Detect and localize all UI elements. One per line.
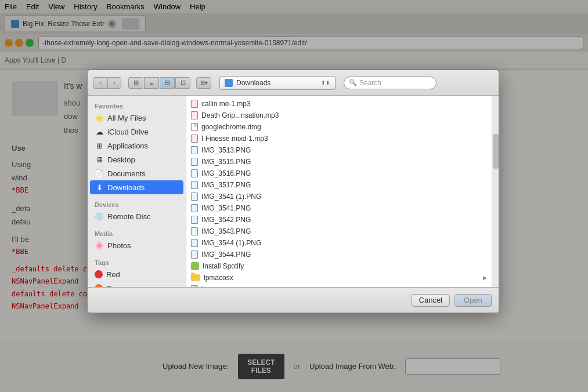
view-column-btn[interactable]: ⊟ bbox=[160, 77, 175, 89]
downloads-icon: ⬇ bbox=[95, 183, 104, 192]
devices-label: Devices bbox=[88, 199, 186, 209]
file-item[interactable]: Install Spotify bbox=[186, 260, 492, 272]
file-name: IMG_3543.PNG bbox=[201, 227, 487, 235]
file-name: IMG_3544.PNG bbox=[201, 251, 487, 259]
sidebar-item-downloads[interactable]: ⬇ Downloads bbox=[90, 180, 183, 194]
search-box: 🔍 Search bbox=[344, 77, 437, 89]
cancel-button[interactable]: Cancel bbox=[412, 294, 450, 307]
image-file-icon bbox=[191, 146, 198, 154]
sidebar-item-icloud-drive[interactable]: ☁ iCloud Drive bbox=[88, 125, 186, 139]
file-item[interactable]: IMG_3515.PNG bbox=[186, 156, 492, 168]
file-item[interactable]: IMG_3543.PNG bbox=[186, 226, 492, 237]
image-file-icon bbox=[191, 181, 198, 189]
media-label: Media bbox=[88, 228, 186, 238]
file-name: googlechrome.dmg bbox=[201, 123, 487, 131]
sidebar-label-red: Red bbox=[106, 270, 120, 279]
file-item[interactable]: IMG_3544.PNG bbox=[186, 249, 492, 260]
documents-icon: 📄 bbox=[95, 169, 104, 178]
disc-icon: 💿 bbox=[95, 212, 104, 221]
location-selector[interactable]: Downloads ⬆⬇ bbox=[219, 76, 336, 90]
dialog-body: Favorites ⭐ All My Files ☁ iCloud Drive … bbox=[88, 96, 499, 287]
file-item[interactable]: lpmacosx▶ bbox=[186, 272, 492, 284]
file-name: Death Grip...nsation.mp3 bbox=[201, 111, 487, 119]
doc-file-icon bbox=[191, 123, 198, 131]
sidebar-label-photos: Photos bbox=[107, 241, 131, 250]
music-file-icon bbox=[191, 135, 198, 143]
file-list-container: callin me-1.mp3Death Grip...nsation.mp3g… bbox=[186, 96, 499, 287]
file-item[interactable]: IMG_3542.PNG bbox=[186, 214, 492, 226]
search-placeholder[interactable]: Search bbox=[359, 79, 431, 87]
file-item[interactable]: IMG_3516.PNG bbox=[186, 168, 492, 179]
forward-button[interactable]: › bbox=[107, 77, 121, 89]
sidebar-label-applications: Applications bbox=[107, 141, 148, 150]
sidebar: Favorites ⭐ All My Files ☁ iCloud Drive … bbox=[88, 96, 186, 287]
view-extra-btn[interactable]: ⊞▾ bbox=[196, 77, 211, 89]
file-name: callin me-1.mp3 bbox=[201, 100, 487, 108]
location-folder-icon bbox=[225, 79, 233, 87]
file-name: IMG_3515.PNG bbox=[201, 158, 487, 166]
image-file-icon bbox=[191, 227, 198, 235]
file-name: IMG_3541 (1).PNG bbox=[201, 193, 487, 201]
scroll-thumb[interactable] bbox=[493, 134, 499, 169]
tags-label: Tags bbox=[88, 257, 186, 267]
view-mode-group: ⊞ ≡ ⊟ ⊡ bbox=[128, 77, 190, 89]
sidebar-label-desktop: Desktop bbox=[107, 155, 135, 164]
image-file-icon bbox=[191, 158, 198, 166]
search-icon: 🔍 bbox=[349, 79, 357, 86]
desktop-icon: 🖥 bbox=[95, 155, 104, 164]
file-item[interactable]: IMG_3544 (1).PNG bbox=[186, 237, 492, 249]
file-name: IMG_3517.PNG bbox=[201, 181, 487, 189]
file-name: I Finesse mixd-1.mp3 bbox=[201, 135, 487, 143]
file-name: IMG_3542.PNG bbox=[201, 216, 487, 224]
folder-arrow: ▶ bbox=[483, 275, 487, 281]
file-name: Install Spotify bbox=[203, 262, 487, 270]
sidebar-item-remote-disc[interactable]: 💿 Remote Disc bbox=[88, 209, 186, 223]
file-name: IMG_3544 (1).PNG bbox=[201, 239, 487, 247]
file-item[interactable]: I Finesse mixd-1.mp3 bbox=[186, 133, 492, 144]
cloud-icon: ☁ bbox=[95, 127, 104, 136]
sidebar-label-documents: Documents bbox=[107, 169, 146, 178]
view-icon-btn[interactable]: ⊞ bbox=[128, 77, 143, 89]
dialog-footer: Cancel Open bbox=[88, 287, 499, 313]
sidebar-item-tag-red[interactable]: Red bbox=[88, 267, 186, 281]
file-item[interactable]: IMG_3541.PNG bbox=[186, 202, 492, 214]
open-button[interactable]: Open bbox=[454, 294, 492, 307]
file-name: lpmacosx bbox=[204, 274, 479, 282]
app-file-icon bbox=[191, 262, 199, 270]
photos-icon: 🌸 bbox=[95, 241, 104, 250]
back-button[interactable]: ‹ bbox=[93, 77, 107, 89]
view-coverflow-btn[interactable]: ⊡ bbox=[175, 77, 190, 89]
image-file-icon bbox=[191, 216, 198, 224]
image-file-icon bbox=[191, 239, 198, 247]
sidebar-item-documents[interactable]: 📄 Documents bbox=[88, 166, 186, 180]
file-item[interactable]: callin me-1.mp3 bbox=[186, 98, 492, 110]
location-chevron: ⬆⬇ bbox=[321, 80, 330, 86]
view-list-btn[interactable]: ≡ bbox=[144, 77, 159, 89]
sidebar-label-remote-disc: Remote Disc bbox=[107, 212, 150, 221]
image-file-icon bbox=[191, 204, 198, 212]
file-item[interactable]: IMG_3541 (1).PNG bbox=[186, 191, 492, 202]
sidebar-item-tag-orange[interactable]: Orange bbox=[88, 281, 186, 287]
music-file-icon bbox=[191, 111, 198, 119]
star-icon: ⭐ bbox=[95, 113, 104, 122]
file-picker-dialog: ‹ › ⊞ ≡ ⊟ ⊡ ⊞▾ Downloads ⬆⬇ 🔍 Search Fav… bbox=[87, 70, 499, 313]
image-file-icon bbox=[191, 251, 198, 259]
sidebar-item-all-my-files[interactable]: ⭐ All My Files bbox=[88, 111, 186, 125]
location-name: Downloads bbox=[236, 79, 318, 87]
folder-icon bbox=[191, 274, 200, 281]
applications-icon: ⊞ bbox=[95, 141, 104, 150]
sidebar-item-desktop[interactable]: 🖥 Desktop bbox=[88, 153, 186, 166]
file-name: IMG_3516.PNG bbox=[201, 169, 487, 177]
image-file-icon bbox=[191, 193, 198, 201]
sidebar-label-all-my-files: All My Files bbox=[107, 114, 146, 122]
nav-button-group: ‹ › bbox=[93, 77, 121, 89]
scroll-track[interactable] bbox=[492, 96, 499, 287]
file-item[interactable]: Death Grip...nsation.mp3 bbox=[186, 110, 492, 121]
file-item[interactable]: IMG_3513.PNG bbox=[186, 144, 492, 156]
favorites-label: Favorites bbox=[88, 100, 186, 111]
file-item[interactable]: googlechrome.dmg bbox=[186, 121, 492, 133]
sidebar-item-applications[interactable]: ⊞ Applications bbox=[88, 139, 186, 153]
file-item[interactable]: IMG_3517.PNG bbox=[186, 179, 492, 191]
sidebar-item-photos[interactable]: 🌸 Photos bbox=[88, 238, 186, 252]
doc-file-icon bbox=[191, 285, 198, 287]
